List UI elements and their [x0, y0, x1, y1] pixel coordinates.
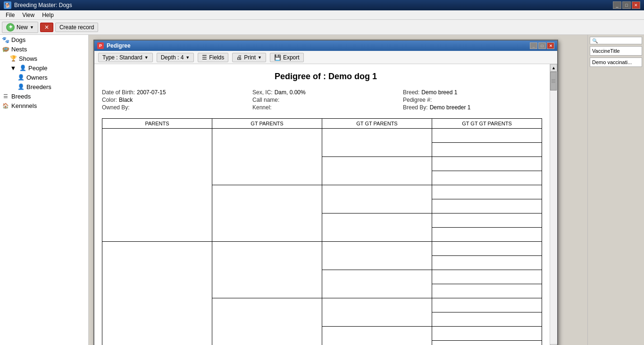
gt-gt-parent-4-cell: [322, 214, 432, 242]
pedigree-close-button[interactable]: ✕: [547, 42, 554, 49]
sidebar-item-breeders[interactable]: 👤 Breeders: [0, 82, 88, 91]
scroll-track[interactable]: [550, 72, 557, 344]
gt-gt-gt-parent-16-cell: [432, 341, 542, 345]
col-gt-parents: GT PARENTS: [212, 119, 322, 129]
gt-gt-gt-parent-14-cell: [432, 312, 542, 327]
export-icon: 💾: [274, 54, 281, 61]
gt-gt-gt-parent-2-cell: [432, 143, 542, 157]
parent-sire-cell: [102, 129, 212, 242]
app-icon: 🐕: [4, 1, 11, 9]
gt-gt-parent-3-cell: [322, 185, 432, 214]
sidebar-item-shows[interactable]: 🏆 Shows: [0, 54, 88, 63]
sidebar-item-nests[interactable]: 🪺 Nests: [0, 44, 88, 54]
sidebar-item-owners[interactable]: 👤 Owners: [0, 73, 88, 82]
dob-field: Date of Birth: 2007-07-15: [102, 89, 249, 96]
gt-gt-gt-parent-6-cell: [432, 199, 542, 214]
gt-gt-parent-2-cell: [322, 157, 432, 185]
col-gt-gt-parents: GT GT PARENTS: [322, 119, 432, 129]
pedigree-minimize-button[interactable]: _: [530, 42, 537, 49]
pedigree-print-button[interactable]: 🖨 Print ▼: [232, 53, 266, 62]
app-title-bar: 🐕 Breeding Master: Dogs _ □ ✕: [0, 0, 644, 10]
color-value: Black: [119, 97, 133, 103]
delete-button[interactable]: ✕: [40, 23, 53, 32]
main-toolbar: ✦ New ▼ ✕ Create record: [0, 20, 644, 35]
pedigree-fields-label: Fields: [209, 54, 224, 61]
new-button[interactable]: ✦ New ▼: [2, 22, 38, 33]
app-title: Breeding Master: Dogs: [14, 2, 613, 8]
sidebar-item-kennels[interactable]: 🏠 Kennnels: [0, 101, 88, 110]
fields-icon: ☰: [202, 54, 207, 61]
breed-by-field: Breed By: Demo breeder 1: [403, 104, 550, 111]
scroll-up-button[interactable]: ▲: [550, 64, 557, 72]
pedigree-export-button[interactable]: 💾 Export: [270, 53, 304, 62]
gt-gt-gt-parent-13-cell: [432, 298, 542, 312]
vaccine-item[interactable]: Demo vaccinati...: [590, 58, 642, 67]
pedigree-title-bar: P Pedigree _ □ ✕: [94, 41, 557, 51]
pedigree-depth-button[interactable]: Depth : 4 ▼: [157, 53, 194, 62]
gt-gt-gt-parent-5-cell: [432, 185, 542, 199]
pedigree-depth-label: Depth : 4: [161, 54, 184, 61]
gt-gt-parent-6-cell: [322, 270, 432, 298]
new-label: New: [17, 24, 28, 31]
color-label: Color:: [102, 97, 117, 103]
sidebar-label-breeders: Breeders: [26, 83, 51, 90]
create-record-button[interactable]: Create record: [55, 23, 98, 32]
pedigree-win-controls: _ □ ✕: [530, 42, 554, 49]
sidebar-item-dogs[interactable]: 🐾 Dogs: [0, 35, 88, 44]
grip-line-2: [552, 81, 555, 82]
callname-field: Call name:: [252, 97, 399, 103]
gt-gt-gt-parent-15-cell: [432, 327, 542, 341]
gt-gt-gt-parent-8-cell: [432, 228, 542, 242]
gt-parent-3-cell: [212, 242, 322, 298]
nests-icon: 🪺: [2, 45, 9, 53]
help-menu[interactable]: Help: [38, 10, 58, 19]
shows-icon: 🏆: [9, 55, 17, 62]
minimize-button[interactable]: _: [613, 1, 621, 9]
file-menu[interactable]: File: [2, 10, 18, 19]
callname-label: Call name:: [252, 97, 279, 103]
sidebar-item-people[interactable]: ▼ 👤 People: [0, 63, 88, 73]
close-button[interactable]: ✕: [632, 1, 640, 9]
pedigree-export-label: Export: [283, 54, 300, 61]
search-box[interactable]: 🔍: [590, 37, 642, 44]
pedigree-maximize-button[interactable]: □: [538, 42, 546, 49]
sidebar: 🐾 Dogs 🪺 Nests 🏆 Shows ▼ 👤 People 👤 Owne…: [0, 35, 89, 345]
sidebar-label-people: People: [28, 65, 47, 72]
breed-field: Breed: Demo breed 1: [403, 89, 550, 96]
maximize-button[interactable]: □: [622, 1, 631, 9]
print-icon: 🖨: [236, 54, 242, 61]
owned-by-label: Owned By:: [102, 104, 130, 111]
pedigree-print-label: Print: [244, 54, 256, 61]
dogs-icon: 🐾: [2, 36, 9, 43]
new-dropdown-arrow: ▼: [30, 25, 34, 30]
owned-by-field: Owned By:: [102, 104, 249, 111]
pedigree-info: Date of Birth: 2007-07-15 Sex, IC: Dam, …: [102, 89, 550, 111]
depth-dropdown-arrow: ▼: [185, 55, 190, 60]
sidebar-item-breeds[interactable]: ☰ Breeds: [0, 91, 88, 101]
pedigree-type-button[interactable]: Type : Standard ▼: [98, 53, 153, 62]
kennels-icon: 🏠: [2, 102, 9, 109]
breed-label: Breed:: [403, 89, 419, 96]
col-gt-gt-gt-parents: GT GT GT PARENTS: [432, 119, 542, 129]
pedigree-fields-button[interactable]: ☰ Fields: [198, 53, 228, 62]
vaccine-title: VaccineTitle: [590, 46, 642, 56]
gt-gt-parent-1-cell: [322, 129, 432, 157]
scroll-thumb[interactable]: [550, 72, 557, 90]
main-layout: 🐾 Dogs 🪺 Nests 🏆 Shows ▼ 👤 People 👤 Owne…: [0, 35, 644, 345]
sex-field: Sex, IC: Dam, 0.00%: [252, 89, 399, 96]
right-panel: 🔍 VaccineTitle Demo vaccinati...: [587, 35, 644, 345]
scroll-grip: [552, 80, 555, 83]
color-field: Color: Black: [102, 97, 249, 103]
pedigree-window: P Pedigree _ □ ✕ Type : Standard ▼ Depth…: [93, 40, 558, 345]
new-icon: ✦: [6, 23, 15, 32]
people-icon: 👤: [19, 64, 26, 72]
search-input[interactable]: [599, 38, 640, 43]
table-row: [102, 129, 542, 143]
grip-line-3: [552, 82, 555, 83]
gt-gt-gt-parent-1-cell: [432, 129, 542, 143]
dob-label: Date of Birth:: [102, 89, 135, 96]
owners-icon: 👤: [17, 74, 25, 81]
view-menu[interactable]: View: [18, 10, 38, 19]
pedigree-chart-table: PARENTS GT PARENTS GT GT PARENTS GT GT G…: [102, 118, 542, 345]
pedigree-scrollbar[interactable]: ▲ ▼: [550, 64, 557, 345]
